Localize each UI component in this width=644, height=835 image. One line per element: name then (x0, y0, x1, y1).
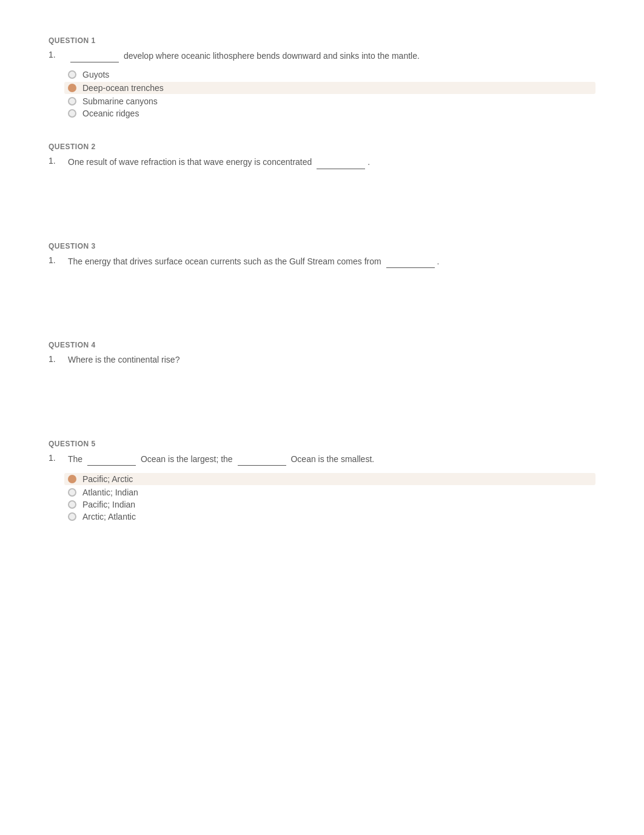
q5-text-smallest: Ocean is the smallest. (290, 454, 374, 464)
question-4-text: Where is the continental rise? (68, 353, 595, 366)
q5-option-3-label: Pacific; Indian (82, 500, 135, 509)
q5-option-4-label: Arctic; Atlantic (82, 512, 136, 521)
question-5-options: Pacific; Arctic Atlantic; Indian Pacific… (68, 473, 595, 521)
question-5-label: QUESTION 5 (49, 440, 595, 448)
q5-option-2[interactable]: Atlantic; Indian (68, 488, 595, 497)
q5-text-the: The (68, 454, 82, 464)
q4-spacer (49, 367, 595, 415)
q1-blank (70, 49, 119, 62)
question-3-block: QUESTION 3 1. The energy that drives sur… (49, 242, 595, 317)
q1-radio-2[interactable] (68, 84, 76, 92)
question-2-row: 1. One result of wave refraction is that… (49, 155, 595, 169)
q5-radio-2[interactable] (68, 488, 76, 497)
q5-option-3[interactable]: Pacific; Indian (68, 500, 595, 509)
question-2-block: QUESTION 2 1. One result of wave refract… (49, 143, 595, 217)
question-2-text: One result of wave refraction is that wa… (68, 155, 595, 169)
question-3-text: The energy that drives surface ocean cur… (68, 254, 595, 268)
q3-spacer (49, 268, 595, 317)
q5-option-4[interactable]: Arctic; Atlantic (68, 512, 595, 521)
q1-option-3[interactable]: Submarine canyons (68, 96, 595, 106)
q2-text-content: One result of wave refraction is that wa… (68, 157, 312, 167)
question-3-label: QUESTION 3 (49, 242, 595, 250)
question-1-row: 1. develop where oceanic lithosphere ben… (49, 49, 595, 62)
q1-option-1[interactable]: Guyots (68, 70, 595, 79)
question-3-number: 1. (49, 254, 61, 265)
question-5-block: QUESTION 5 1. The Ocean is the largest; … (49, 440, 595, 521)
q1-option-3-label: Submarine canyons (82, 96, 158, 106)
q2-spacer (49, 169, 595, 218)
q5-text-largest: Ocean is the largest; the (141, 454, 233, 464)
q1-option-1-label: Guyots (82, 70, 109, 79)
q1-text-after: develop where oceanic lithosphere bends … (124, 51, 420, 61)
question-2-label: QUESTION 2 (49, 143, 595, 151)
question-5-row: 1. The Ocean is the largest; the Ocean i… (49, 452, 595, 466)
question-4-label: QUESTION 4 (49, 341, 595, 349)
question-4-number: 1. (49, 353, 61, 364)
q2-blank (317, 155, 365, 169)
question-1-number: 1. (49, 49, 61, 59)
q1-radio-3[interactable] (68, 97, 76, 106)
question-1-label: QUESTION 1 (49, 36, 595, 45)
q5-option-2-label: Atlantic; Indian (82, 488, 138, 497)
q5-radio-3[interactable] (68, 500, 76, 509)
q1-radio-4[interactable] (68, 109, 76, 118)
q5-radio-4[interactable] (68, 512, 76, 521)
question-5-text: The Ocean is the largest; the Ocean is t… (68, 452, 595, 466)
question-2-number: 1. (49, 155, 61, 166)
question-4-row: 1. Where is the continental rise? (49, 353, 595, 366)
question-3-row: 1. The energy that drives surface ocean … (49, 254, 595, 268)
q1-radio-1[interactable] (68, 70, 76, 79)
question-1-block: QUESTION 1 1. develop where oceanic lith… (49, 36, 595, 118)
question-5-number: 1. (49, 452, 61, 463)
q3-blank (386, 254, 435, 268)
question-4-block: QUESTION 4 1. Where is the continental r… (49, 341, 595, 415)
q5-blank-1 (87, 452, 136, 466)
q1-option-2-label: Deep-ocean trenches (82, 83, 164, 93)
question-1-text: develop where oceanic lithosphere bends … (68, 49, 595, 62)
q3-text-content: The energy that drives surface ocean cur… (68, 257, 381, 266)
question-1-options: Guyots Deep-ocean trenches Submarine can… (68, 70, 595, 118)
q5-radio-1[interactable] (68, 475, 76, 483)
q5-option-1[interactable]: Pacific; Arctic (64, 473, 595, 485)
q5-blank-2 (238, 452, 286, 466)
q1-option-4-label: Oceanic ridges (82, 109, 139, 118)
q4-text-content: Where is the continental rise? (68, 355, 179, 364)
q1-option-2[interactable]: Deep-ocean trenches (64, 82, 595, 94)
q5-option-1-label: Pacific; Arctic (82, 474, 133, 484)
q1-option-4[interactable]: Oceanic ridges (68, 109, 595, 118)
